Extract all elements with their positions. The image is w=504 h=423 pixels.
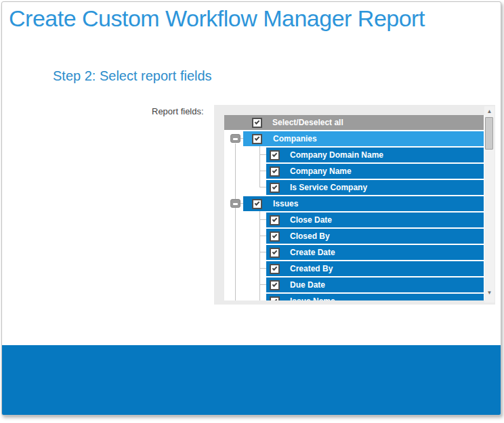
tree-row-close-date[interactable]: Close Date	[266, 213, 484, 227]
tree-line-child-stub	[259, 268, 266, 269]
scroll-up-icon[interactable]: ▲	[484, 108, 495, 115]
select-all-checkbox[interactable]	[252, 118, 262, 128]
issues-checkbox[interactable]	[252, 199, 262, 209]
row-label: Close Date	[290, 215, 332, 225]
check-icon	[272, 249, 278, 254]
tree-line-child-stub	[259, 284, 266, 285]
step-heading: Step 2: Select report fields	[53, 68, 212, 84]
tree-line-root-spine	[235, 143, 236, 300]
tree-row-closed-by[interactable]: Closed By	[266, 229, 484, 244]
check-icon	[272, 152, 278, 157]
tree-line-child-stub	[259, 219, 266, 220]
tree-row-due-date[interactable]: Due Date	[266, 277, 484, 292]
row-label: Issues	[273, 199, 298, 208]
tree-line-issues-stub	[240, 203, 243, 204]
row-checkbox[interactable]	[270, 248, 280, 258]
collapse-toggle-minus-icon[interactable]	[230, 199, 240, 208]
row-label: Companies	[273, 134, 317, 143]
check-icon	[255, 135, 260, 141]
row-label: Issue Name	[290, 296, 335, 300]
row-label: Company Domain Name	[290, 150, 383, 160]
row-label: Created By	[290, 264, 333, 273]
tree-row-companies[interactable]: Companies	[243, 131, 484, 146]
tree-line-child-stub	[259, 236, 266, 236]
tree-row-is-service-company[interactable]: Is Service Company	[266, 180, 484, 195]
companies-checkbox[interactable]	[252, 134, 262, 144]
tree-row-company-name[interactable]: Company Name	[266, 164, 484, 179]
check-icon	[272, 184, 278, 190]
tree-line-child-stub	[259, 252, 266, 252]
tree-viewport: Select/Deselect all Companies Company Do…	[224, 115, 484, 300]
screen: Create Custom Workflow Manager Report St…	[0, 0, 504, 423]
vertical-scrollbar[interactable]: ▲ ▼	[484, 106, 495, 303]
report-fields-label: Report fields:	[152, 106, 204, 116]
tree-row-created-by[interactable]: Created By	[266, 261, 484, 276]
report-fields-listbox: Select/Deselect all Companies Company Do…	[214, 105, 495, 305]
row-label: Closed By	[290, 231, 330, 241]
minus-icon	[233, 203, 238, 205]
collapse-toggle-minus-icon[interactable]	[230, 134, 240, 143]
row-checkbox[interactable]	[270, 166, 280, 177]
row-checkbox[interactable]	[270, 264, 280, 274]
row-checkbox[interactable]	[270, 183, 280, 193]
row-checkbox[interactable]	[270, 231, 280, 242]
tree-row-issues[interactable]: Issues	[243, 196, 484, 211]
check-icon	[272, 298, 278, 300]
row-checkbox[interactable]	[270, 296, 280, 301]
check-icon	[272, 265, 278, 271]
tree-row-select-deselect-all[interactable]: Select/Deselect all	[224, 115, 484, 130]
row-label: Due Date	[290, 280, 325, 290]
check-icon	[272, 233, 278, 238]
wizard-window: Create Custom Workflow Manager Report St…	[1, 1, 501, 416]
wizard-footer-bar: Previous Next	[2, 345, 501, 416]
minus-icon	[233, 138, 238, 140]
page-title: Create Custom Workflow Manager Report	[9, 5, 425, 32]
tree-row-company-domain-name[interactable]: Company Domain Name	[266, 148, 484, 162]
tree-line-companies-stub	[240, 138, 243, 139]
tree-line-child-stub	[259, 187, 266, 187]
tree-line-issues-children-spine	[259, 211, 260, 300]
check-icon	[272, 168, 278, 173]
row-label: Select/Deselect all	[272, 118, 343, 127]
row-label: Create Date	[290, 248, 335, 257]
tree-line-child-stub	[259, 154, 266, 155]
check-icon	[255, 119, 260, 125]
row-checkbox[interactable]	[270, 215, 280, 225]
scrollbar-thumb[interactable]	[485, 117, 493, 150]
row-label: Is Service Company	[290, 183, 367, 192]
tree-line-companies-children-spine	[259, 146, 260, 187]
tree-row-create-date[interactable]: Create Date	[266, 245, 484, 260]
row-checkbox[interactable]	[270, 150, 280, 160]
check-icon	[272, 217, 278, 222]
check-icon	[272, 282, 278, 287]
tree-row-issue-name[interactable]: Issue Name	[266, 294, 484, 300]
check-icon	[255, 200, 260, 206]
row-checkbox[interactable]	[270, 280, 280, 290]
row-label: Company Name	[290, 166, 352, 176]
scroll-down-icon[interactable]: ▼	[484, 290, 495, 296]
tree-line-child-stub	[259, 171, 266, 171]
